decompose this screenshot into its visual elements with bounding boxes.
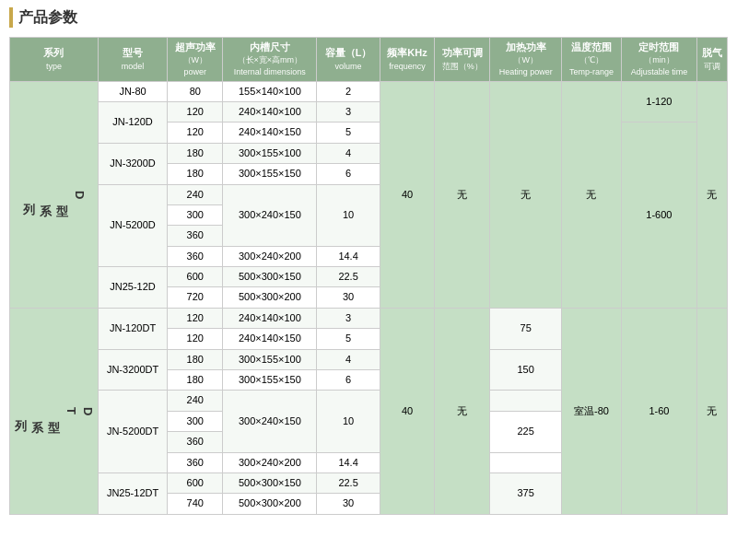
dim-cell: 300×240×200 — [223, 246, 317, 266]
dim-cell: 300×155×150 — [223, 370, 317, 391]
power-cell: 240 — [168, 184, 223, 204]
dim-cell: 500×300×200 — [223, 287, 317, 308]
dim-cell: 155×140×100 — [223, 81, 317, 101]
dim-cell: 300×155×100 — [223, 349, 317, 369]
vol-cell: 2 — [317, 81, 380, 101]
dim-cell: 500×300×150 — [223, 267, 317, 287]
vol-cell: 6 — [317, 370, 380, 391]
power-cell: 120 — [168, 308, 223, 328]
power-cell: 360 — [168, 246, 223, 266]
col-header-dimensions: 内槽尺寸 （长×宽×高mm） Internal dimensions — [223, 38, 317, 82]
model-cell: JN-120D — [98, 101, 167, 143]
dim-cell: 500×300×200 — [223, 494, 317, 514]
col-header-timer: 定时范围 （min） Adjustable time — [622, 38, 697, 82]
heat-cell-dt-5200b: 225 — [490, 411, 561, 452]
power-cell: 180 — [168, 164, 223, 184]
timer-cell-dt: 1-60 — [622, 308, 697, 514]
power-cell: 360 — [168, 226, 223, 246]
degas-cell-d: 无 — [696, 81, 727, 308]
table-row: DT型系列 JN-120DT 120 240×140×100 3 40 无 75… — [10, 308, 728, 328]
power-cell: 600 — [168, 473, 223, 494]
vol-cell: 10 — [317, 391, 380, 452]
vol-cell: 5 — [317, 122, 380, 143]
model-cell: JN-5200D — [98, 184, 167, 267]
power-cell: 80 — [168, 81, 223, 101]
col-header-frequency: 频率KHz frequency — [380, 38, 434, 82]
dim-cell: 300×155×100 — [223, 143, 317, 163]
power-cell: 180 — [168, 370, 223, 391]
model-cell: JN-3200D — [98, 143, 167, 184]
model-cell: JN-80 — [98, 81, 167, 101]
dt-series-label: DT型系列 — [10, 308, 99, 514]
heat-cell-dt-120: 75 — [490, 308, 561, 349]
power-cell: 360 — [168, 452, 223, 472]
power-cell: 180 — [168, 349, 223, 369]
prange-cell-dt: 无 — [435, 308, 490, 514]
timer-cell-d-rest: 1-600 — [622, 122, 697, 309]
model-cell: JN25-12D — [98, 267, 167, 309]
model-cell: JN-3200DT — [98, 349, 167, 391]
dim-cell: 300×240×200 — [223, 452, 317, 472]
table-row: D型系列 JN-80 80 155×140×100 2 40 无 无 无 1-1… — [10, 81, 728, 101]
power-cell: 360 — [168, 432, 223, 452]
page-title: 产品参数 — [18, 8, 77, 28]
model-cell: JN25-12DT — [98, 473, 167, 515]
title-bar-decoration — [9, 7, 13, 28]
temp-cell-d: 无 — [561, 81, 621, 308]
dim-cell: 240×140×100 — [223, 101, 317, 122]
power-cell: 600 — [168, 267, 223, 287]
model-cell: JN-120DT — [98, 308, 167, 349]
freq-cell-d: 40 — [380, 81, 434, 308]
power-cell: 740 — [168, 494, 223, 514]
vol-cell: 30 — [317, 494, 380, 514]
vol-cell: 22.5 — [317, 267, 380, 287]
power-cell: 120 — [168, 101, 223, 122]
heat-cell-dt-5200a — [490, 391, 561, 411]
vol-cell: 3 — [317, 101, 380, 122]
table-body: D型系列 JN-80 80 155×140×100 2 40 无 无 无 1-1… — [10, 81, 728, 514]
col-header-power-range: 功率可调 范围（%） — [435, 38, 490, 82]
dim-cell: 240×140×150 — [223, 329, 317, 349]
vol-cell: 6 — [317, 164, 380, 184]
product-table: 系列 type 型号 model 超声功率 （W） power 内槽尺寸 （长×… — [9, 37, 728, 515]
heat-cell-dt-25: 375 — [490, 473, 561, 515]
power-cell: 300 — [168, 204, 223, 225]
col-header-series: 系列 type — [10, 38, 99, 82]
freq-cell-dt: 40 — [380, 308, 434, 514]
dim-cell: 300×240×150 — [223, 184, 317, 246]
vol-cell: 5 — [317, 329, 380, 349]
dim-cell: 240×140×100 — [223, 308, 317, 328]
section-title: 产品参数 — [9, 7, 728, 28]
power-cell: 180 — [168, 143, 223, 163]
power-cell: 300 — [168, 411, 223, 431]
page-wrapper: 产品参数 系列 type 型号 model 超声功率 （W） power 内 — [0, 0, 737, 522]
dim-cell: 500×300×150 — [223, 473, 317, 494]
col-header-heating: 加热功率 （W） Heating power — [490, 38, 561, 82]
vol-cell: 10 — [317, 184, 380, 246]
temp-cell-dt: 室温-80 — [561, 308, 621, 514]
vol-cell: 4 — [317, 143, 380, 163]
col-header-model: 型号 model — [98, 38, 167, 82]
heat-cell-dt-3200: 150 — [490, 349, 561, 391]
dim-cell: 300×155×150 — [223, 164, 317, 184]
timer-cell-d-jn80: 1-120 — [622, 81, 697, 122]
power-cell: 240 — [168, 391, 223, 411]
table-header: 系列 type 型号 model 超声功率 （W） power 内槽尺寸 （长×… — [10, 38, 728, 82]
col-header-degas: 脱气 可调 — [696, 38, 727, 82]
heat-cell-d: 无 — [490, 81, 561, 308]
vol-cell: 3 — [317, 308, 380, 328]
model-cell: JN-5200DT — [98, 391, 167, 473]
dim-cell: 300×240×150 — [223, 391, 317, 452]
col-header-temp: 温度范围 （℃） Temp-range — [561, 38, 621, 82]
power-cell: 120 — [168, 122, 223, 143]
power-cell: 720 — [168, 287, 223, 308]
vol-cell: 22.5 — [317, 473, 380, 494]
vol-cell: 30 — [317, 287, 380, 308]
heat-cell-dt-5200c — [490, 452, 561, 472]
power-cell: 120 — [168, 329, 223, 349]
vol-cell: 4 — [317, 349, 380, 369]
col-header-power: 超声功率 （W） power — [168, 38, 223, 82]
degas-cell-dt: 无 — [696, 308, 727, 514]
vol-cell: 14.4 — [317, 246, 380, 266]
vol-cell: 14.4 — [317, 452, 380, 472]
